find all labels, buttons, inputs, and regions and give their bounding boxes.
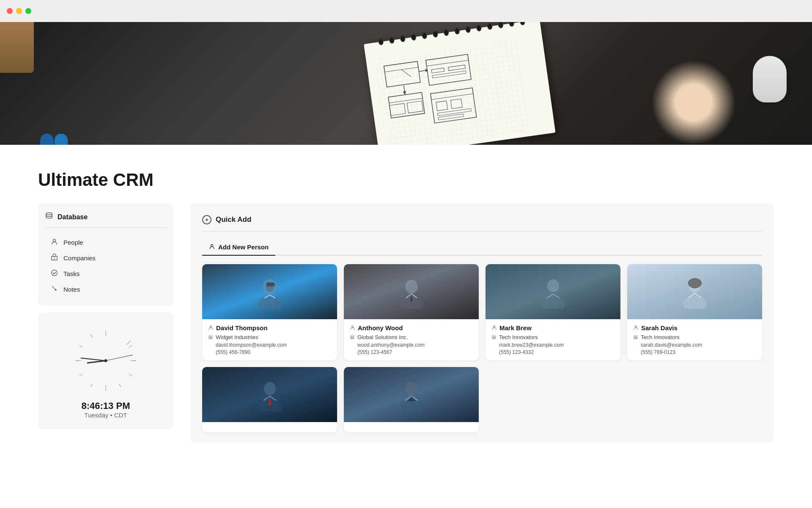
database-icon [45,212,53,222]
card-company-icon-anthony: 🏛 [350,334,355,340]
svg-line-47 [106,355,132,361]
svg-line-45 [88,361,106,363]
tasks-icon [50,269,58,278]
notes-icon [50,285,58,294]
card-name-row-sarah: Sarah Davis [633,324,756,331]
nav-people-label: People [63,239,83,246]
banner: 👥 [0,22,812,145]
nav-item-companies[interactable]: Companies [45,250,167,266]
card-person-icon-sarah [633,325,639,331]
svg-rect-0 [374,39,529,145]
leather-corner [0,22,34,73]
card-company-icon-sarah: 🏛 [633,334,638,340]
card-name-david: David Thompson [216,324,268,331]
card-phone-david: (555) 456-7890 [208,349,331,355]
svg-line-43 [80,345,83,348]
card-company-david: Widget Industries [216,334,258,340]
card-email-anthony: wood.anrhony@example.com [350,342,473,348]
card-photo-anthony [344,264,479,319]
card-photo-5 [202,367,337,422]
person-card-1[interactable]: David Thompson 🏛 Widget Industries david… [202,264,337,360]
card-info-sarah: Sarah Davis 🏛 Tech Innovators sarah.davi… [627,319,762,360]
tab-add-new-person[interactable]: Add New Person [202,240,275,255]
card-name-sarah: Sarah Davis [641,324,678,331]
page-title: Ultimate CRM [38,170,774,190]
card-name-anthony: Anthony Wood [358,324,403,331]
svg-point-68 [635,326,637,328]
svg-line-39 [119,384,121,387]
person-card-2[interactable]: Anthony Wood 🏛 Global Solutions Inc. woo… [344,264,479,360]
svg-point-61 [351,326,354,328]
card-company-row-sarah: 🏛 Tech Innovators [633,334,756,340]
card-company-sarah: Tech Innovators [641,334,680,340]
svg-line-36 [129,345,132,348]
quick-add-title: Quick Add [216,215,251,224]
right-panel: + Quick Add Add New Person [190,203,774,442]
svg-line-28 [52,287,55,290]
main-content: Ultimate CRM Database [0,145,812,459]
clock-time: 8:46:13 PM [82,400,130,411]
svg-point-58 [210,326,212,328]
analog-clock [68,323,144,399]
card-phone-sarah: (555) 789-0123 [633,349,756,355]
card-photo-sarah [627,264,762,319]
nav-item-tasks[interactable]: Tasks [45,266,167,282]
svg-point-49 [211,245,213,247]
svg-line-38 [129,374,132,376]
card-email-sarah: sarah.davis@example.com [633,342,756,348]
card-name-mark: Mark Brew [499,324,532,331]
card-email-david: david.thompson@example.com [208,342,331,348]
svg-line-44 [91,334,93,338]
close-button[interactable] [7,8,13,14]
clock-svg [68,323,144,399]
nav-notes-label: Notes [63,286,80,293]
person-card-6[interactable] [344,367,479,432]
quick-add-plus-icon: + [202,215,211,224]
database-section: Database People [38,203,173,306]
companies-icon [50,254,58,262]
mouse [753,56,787,102]
svg-point-63 [541,296,565,309]
card-name-row-mark: Mark Brew [491,324,614,331]
nav-item-people[interactable]: People [45,235,167,250]
card-company-row-mark: 🏛 Tech Innovators [491,334,614,340]
svg-line-35 [127,340,131,345]
minimize-button[interactable] [16,8,22,14]
card-name-row-anthony: Anthony Wood [350,324,473,331]
card-person-icon-mark [491,325,497,331]
maximize-button[interactable] [25,8,31,14]
tab-person-icon [209,243,215,251]
card-person-icon-david [208,325,214,331]
svg-point-64 [493,326,495,328]
card-phone-mark: (555) 123-4332 [491,349,614,355]
card-photo-mark [486,264,620,319]
svg-point-52 [258,296,282,309]
card-photo-david [202,264,337,319]
svg-point-71 [406,382,417,395]
quick-add-header: + Quick Add [202,215,762,232]
card-phone-anthony: (555) 123-4567 [350,349,473,355]
hand [651,60,736,145]
banner-image [0,22,812,145]
nav-item-notes[interactable]: Notes [45,282,167,297]
card-company-row-david: 🏛 Widget Industries [208,334,331,340]
card-company-anthony: Global Solutions Inc. [357,334,408,340]
card-email-mark: mark.brew23@example.com [491,342,614,348]
banner-icon-overlay: 👥 [38,127,70,145]
nav-companies-label: Companies [63,254,96,262]
person-card-5[interactable] [202,367,337,432]
card-company-mark: Tech Innovators [499,334,538,340]
svg-point-66 [688,278,702,288]
people-icon [50,238,58,247]
person-card-4[interactable]: Sarah Davis 🏛 Tech Innovators sarah.davi… [627,264,762,360]
svg-point-27 [51,270,57,276]
person-card-3[interactable]: Mark Brew 🏛 Tech Innovators mark.brew23@… [486,264,620,360]
group-icon: 👥 [38,128,70,145]
notebook [364,22,555,145]
titlebar [0,0,812,22]
clock-date: Tuesday • CDT [84,411,127,419]
card-name-row-david: David Thompson [208,324,331,331]
database-header: Database [45,212,167,228]
left-panel: Database People [38,203,173,429]
card-company-icon-mark: 🏛 [491,334,497,340]
